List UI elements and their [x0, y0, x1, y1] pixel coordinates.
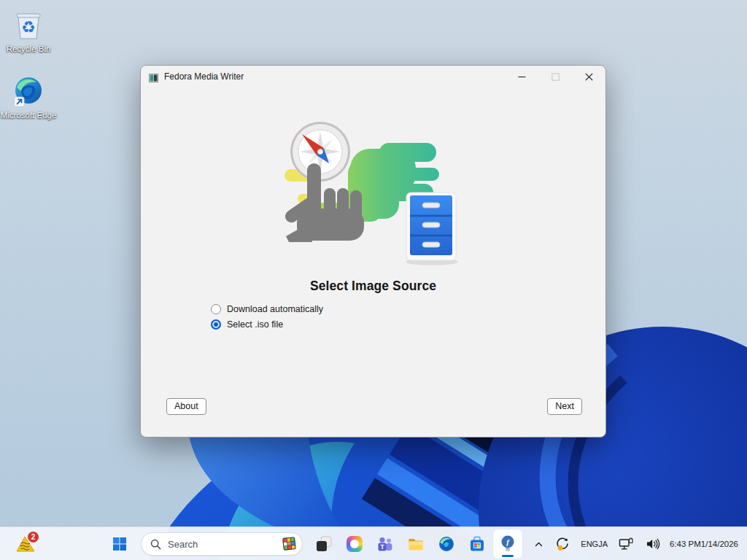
search-box[interactable]: Search: [141, 532, 303, 556]
radio-circle-icon: [211, 319, 221, 330]
tray-update-button[interactable]: [551, 530, 574, 558]
window-titlebar[interactable]: Fedora Media Writer: [141, 66, 605, 88]
copilot-icon: [347, 536, 363, 552]
select-source-illustration: [279, 117, 468, 271]
radio-label: Select .iso file: [227, 319, 283, 330]
maximize-icon: [551, 73, 560, 81]
search-highlight-cube-icon: [281, 535, 298, 553]
taskbar: 2 Search: [0, 526, 747, 560]
image-source-options: Download automatically Select .iso file: [211, 304, 323, 330]
taskbar-app-copilot[interactable]: [340, 529, 369, 559]
taskbar-app-store[interactable]: [462, 529, 492, 559]
window-content: Select Image Source Download automatical…: [141, 88, 605, 437]
desktop-icon-label: Recycle Bin: [7, 44, 51, 54]
taskbar-app-file-explorer[interactable]: [401, 529, 430, 559]
radio-download-automatically[interactable]: Download automatically: [211, 304, 323, 314]
teams-icon: T: [376, 535, 394, 553]
drawer-cabinet-art: [406, 192, 458, 265]
svg-text:T: T: [380, 543, 384, 551]
minimize-button[interactable]: [505, 66, 538, 88]
titlebar-drag-area[interactable]: [244, 66, 505, 88]
desktop-icon-microsoft-edge[interactable]: Microsoft Edge: [0, 75, 57, 120]
chevron-up-icon: [534, 540, 543, 549]
page-title: Select Image Source: [141, 279, 605, 294]
notification-badge: 2: [28, 532, 39, 542]
taskbar-app-task-view[interactable]: [309, 529, 338, 559]
edge-icon: [12, 75, 45, 109]
taskbar-center: Search: [105, 527, 522, 560]
edge-icon: [438, 535, 455, 553]
system-tray: ENG JA 6:43 PM 1/14/2026: [530, 527, 743, 560]
tray-date: 1/14/2026: [701, 539, 738, 549]
microsoft-store-icon: [468, 535, 486, 553]
taskbar-app-fedora-media-writer[interactable]: f: [493, 529, 522, 559]
desktop-icon-recycle-bin[interactable]: ♻ Recycle Bin: [0, 7, 57, 54]
active-app-indicator: [502, 555, 514, 557]
tray-clock[interactable]: 6:43 PM 1/14/2026: [668, 530, 743, 558]
windows-logo-icon: [112, 537, 127, 551]
update-pending-icon: [554, 536, 570, 552]
speaker-icon: [645, 537, 661, 551]
taskbar-app-teams[interactable]: T: [371, 529, 400, 559]
tray-chevron-button[interactable]: [530, 530, 547, 558]
widgets-button[interactable]: 2: [10, 529, 42, 559]
ethernet-network-icon: [618, 537, 634, 551]
next-button[interactable]: Next: [547, 398, 582, 415]
about-button[interactable]: About: [166, 398, 206, 415]
file-explorer-icon: [407, 535, 425, 553]
tray-language-indicator[interactable]: ENG JA: [578, 530, 611, 558]
language-line1: ENG: [581, 540, 598, 549]
desktop-icon-label: Microsoft Edge: [1, 111, 57, 120]
recycle-bin-icon: ♻: [11, 7, 46, 42]
search-placeholder: Search: [168, 539, 274, 550]
app-window-icon: [149, 72, 158, 81]
radio-circle-icon: [211, 304, 221, 314]
minimize-icon: [518, 73, 526, 81]
fedora-media-writer-icon: f: [499, 534, 516, 553]
close-button[interactable]: [572, 66, 605, 88]
maximize-button[interactable]: [538, 66, 572, 88]
close-icon: [585, 73, 593, 81]
svg-text:♻: ♻: [21, 18, 36, 36]
fedora-media-writer-window: Fedora Media Writer: [140, 65, 606, 438]
tray-time: 6:43 PM: [670, 539, 701, 549]
radio-select-iso-file[interactable]: Select .iso file: [211, 319, 323, 330]
tray-network-button[interactable]: [614, 530, 638, 558]
task-view-icon: [315, 535, 333, 553]
start-button[interactable]: [105, 529, 134, 559]
tray-volume-button[interactable]: [641, 530, 665, 558]
search-icon: [150, 539, 161, 550]
window-title: Fedora Media Writer: [164, 71, 244, 82]
taskbar-app-edge[interactable]: [432, 529, 461, 559]
language-line2: JA: [598, 540, 608, 549]
radio-label: Download automatically: [227, 304, 323, 314]
